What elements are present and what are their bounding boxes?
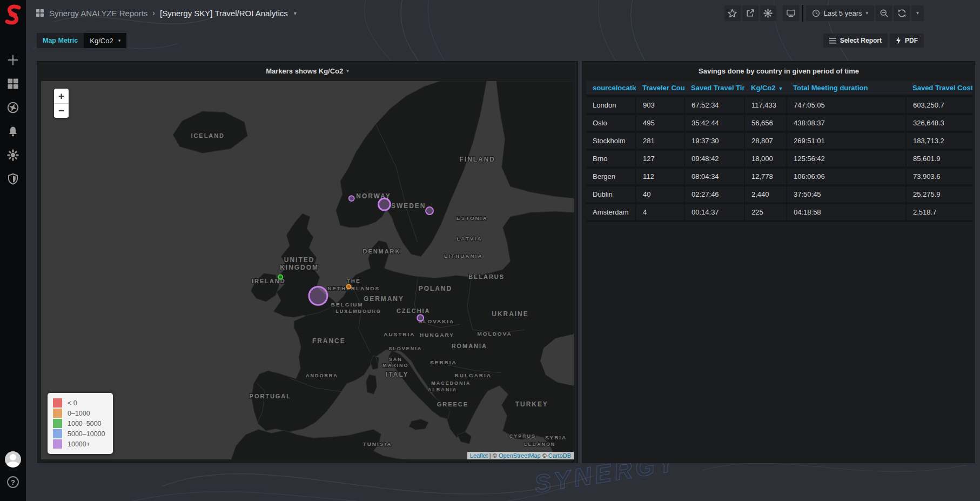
country-label-the: THE: [347, 278, 361, 284]
column-header-saved-travel-time[interactable]: Saved Travel Time: [684, 81, 744, 96]
country-label-slovenia: SLOVENIA: [388, 346, 422, 351]
breadcrumb-section[interactable]: Synergy ANALYZE Reports: [49, 9, 147, 18]
country-label-germany: GERMANY: [364, 295, 404, 303]
country-label-serbia: SERBIA: [430, 359, 457, 365]
add-icon[interactable]: [7, 54, 19, 66]
column-header-saved-travel-cost[interactable]: Saved Travel Cost: [906, 81, 972, 96]
table-cell: 37:50:45: [787, 185, 906, 203]
alerting-bell-icon[interactable]: [7, 125, 19, 137]
legend-swatch: [53, 419, 62, 428]
column-header-total-meeting-duration[interactable]: Total Meeting duration: [787, 81, 906, 96]
table-cell: 603,250.7: [906, 96, 972, 115]
table-cell: 02:27:46: [684, 185, 744, 203]
table-cell: 326,648.3: [906, 114, 972, 132]
map-metric-widget: Map Metric Kg/Co2 ▾: [37, 33, 126, 48]
explore-compass-icon[interactable]: [7, 102, 19, 113]
table-cell: 183,713.2: [906, 132, 972, 150]
server-admin-shield-icon[interactable]: [7, 173, 19, 185]
map-metric-value: Kg/Co2: [90, 37, 113, 45]
attribution-link[interactable]: CartoDB: [548, 452, 571, 459]
column-header-traveler-count[interactable]: Traveler Count: [636, 81, 684, 96]
sub-nav: Map Metric Kg/Co2 ▾ Select Report PDF: [37, 32, 924, 49]
table-cell: 28,807: [744, 132, 787, 150]
zoom-out-time-button[interactable]: [876, 5, 892, 21]
refresh-button[interactable]: [894, 5, 910, 21]
table-cell: 56,656: [744, 114, 787, 132]
share-button[interactable]: [742, 5, 759, 21]
map-marker-oslo[interactable]: [378, 198, 390, 210]
country-label-syria: SYRIA: [545, 435, 567, 440]
map-panel: Markers shows Kg/Co2 ▾: [37, 61, 578, 463]
map-panel-title-bar[interactable]: Markers shows Kg/Co2 ▾: [37, 62, 578, 80]
table-cell: Oslo: [586, 114, 636, 132]
table-cell: 12,778: [744, 168, 787, 185]
country-label-hungary: HUNGARY: [420, 332, 454, 338]
time-range-picker[interactable]: Last 5 years ▾: [806, 5, 874, 21]
dashboard-title[interactable]: [Synergy SKY] Travel/ROI Analytics: [160, 9, 288, 18]
column-header-kg-co2[interactable]: Kg/Co2▼: [744, 81, 787, 96]
map-panel-title: Markers shows Kg/Co2: [266, 67, 343, 75]
legend-item: 0–1000: [53, 408, 105, 418]
country-label-lebanon: LEBANON: [524, 442, 555, 447]
table-row-amsterdam: Amsterdam400:14:3722504:18:582,518.7: [586, 203, 972, 221]
country-label-belarus: BELARUS: [468, 273, 505, 280]
chevron-down-icon[interactable]: ▾: [294, 10, 297, 16]
report-actions: Select Report PDF: [823, 34, 924, 48]
chevron-down-icon: ▾: [118, 38, 121, 43]
country-label-austria: AUSTRIA: [384, 331, 415, 337]
legend-item: < 0: [53, 398, 105, 408]
country-label-luxembourg: LUXEMBOURG: [335, 309, 381, 314]
help-icon[interactable]: ?: [7, 476, 19, 488]
dashboards-grid-icon[interactable]: [7, 78, 19, 90]
country-label-slovakia: SLOVAKIA: [419, 318, 455, 324]
map-marker-dublin[interactable]: [278, 275, 283, 279]
table-cell: 747:05:05: [787, 96, 906, 115]
map-marker-stockholm[interactable]: [426, 207, 433, 215]
star-button[interactable]: [724, 5, 741, 21]
table-cell: Dublin: [586, 185, 636, 203]
zoom-out-button[interactable]: −: [54, 103, 69, 118]
refresh-interval-dropdown[interactable]: ▾: [911, 5, 924, 21]
table-cell: 117,433: [744, 96, 787, 115]
table-row-oslo: Oslo49535:42:4456,656438:08:37326,648.3: [586, 114, 972, 132]
table-row-brno: Brno12709:48:4218,000125:56:4285,601.9: [586, 150, 972, 168]
country-label-romania: ROMANIA: [452, 343, 487, 349]
attribution-link[interactable]: OpenStreetMap: [499, 452, 541, 459]
table-panel: Savings done by country in given period …: [582, 61, 975, 463]
table-cell: 67:52:34: [684, 96, 744, 115]
country-label-czechia: CZECHIA: [397, 308, 431, 314]
country-label-san: SAN: [389, 357, 402, 362]
map-marker-london[interactable]: [309, 286, 327, 305]
country-label-belgium: BELGIUM: [331, 302, 364, 308]
table-cell: 225: [744, 203, 787, 221]
country-label-cyprus: CYPRUS: [509, 433, 536, 439]
table-cell: 09:48:42: [684, 150, 744, 168]
zoom-in-button[interactable]: +: [54, 89, 69, 103]
select-report-button[interactable]: Select Report: [823, 34, 888, 48]
table-cell: 127: [636, 150, 684, 168]
settings-gear-button[interactable]: [760, 5, 776, 21]
map-marker-brno[interactable]: [417, 315, 424, 321]
table-panel-title-bar[interactable]: Savings done by country in given period …: [583, 62, 975, 80]
map-marker-bergen[interactable]: [349, 196, 354, 201]
user-avatar[interactable]: [5, 451, 21, 467]
attribution-link[interactable]: Leaflet: [470, 452, 488, 459]
country-label-denmark: DENMARK: [363, 248, 401, 255]
table-cell: 269:51:01: [787, 132, 906, 150]
map-attribution: Leaflet | © OpenStreetMap © CartoDB: [467, 452, 574, 459]
country-label-ukraine: UKRAINE: [492, 310, 528, 318]
column-header-sourcelocation[interactable]: sourcelocation: [586, 81, 636, 96]
nav-separator: [802, 5, 803, 22]
map-canvas[interactable]: ICELANDNORWAYSWEDENFINLANDESTONIALATVIAL…: [41, 81, 574, 459]
configuration-gear-icon[interactable]: [7, 149, 19, 161]
table-cell: 125:56:42: [787, 150, 906, 168]
tv-mode-button[interactable]: [783, 5, 799, 21]
synergy-sky-logo[interactable]: [0, 0, 26, 29]
country-label-lithuania: LITHUANIA: [444, 253, 482, 259]
apps-grid-icon: [36, 9, 44, 17]
map-metric-dropdown[interactable]: Kg/Co2 ▾: [84, 33, 126, 48]
pdf-button[interactable]: PDF: [890, 34, 924, 48]
country-label-bulgaria: BULGARIA: [455, 372, 492, 378]
nav-actions: Last 5 years ▾ ▾: [724, 5, 924, 22]
map-marker-amsterdam[interactable]: [347, 284, 351, 289]
